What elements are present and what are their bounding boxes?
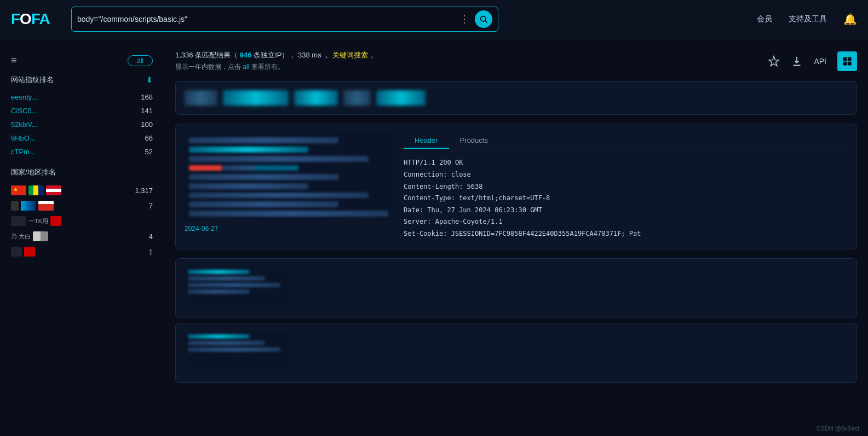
country-label-2: 一TK用 — [28, 217, 48, 225]
blur-row-4 — [189, 165, 298, 171]
tab-products[interactable]: Products — [449, 133, 499, 149]
mini-screenshot-2 — [185, 331, 294, 375]
results-keyword-link[interactable]: 关键词搜索 — [332, 51, 368, 59]
blur-pill-3 — [294, 90, 338, 106]
blur-row-5 — [189, 174, 338, 180]
mini-blur-2 — [188, 276, 265, 281]
filter-icon[interactable]: ≡ — [11, 55, 17, 66]
content: 1,336 条匹配结果（ 946 条独立IP）， 338 ms ， 关键词搜索 … — [164, 49, 868, 425]
tab-header[interactable]: Header — [404, 133, 449, 149]
blur-pill-5 — [376, 90, 426, 106]
svg-rect-3 — [848, 57, 852, 61]
fingerprint-item-4[interactable]: cTPm... 52 — [11, 145, 153, 159]
country-flags-2: 一TK用 — [11, 216, 61, 226]
fingerprint-item-1[interactable]: CiSC0... 141 — [11, 104, 153, 118]
mini-blur2-3 — [188, 347, 280, 352]
card-screenshot — [185, 133, 393, 220]
search-submit-button[interactable] — [475, 10, 492, 28]
mini-blur-3 — [188, 283, 280, 287]
fingerprint-label-3: 9HbO... — [11, 134, 36, 142]
sidebar-top: ≡ all — [11, 55, 153, 66]
header-line-2: Content-Length: 5638 — [404, 181, 848, 193]
country-label-3: 乃 大白 — [11, 232, 31, 241]
blur-pill-2 — [223, 90, 289, 106]
blur-row-8 — [189, 201, 338, 207]
results-line1: 1,336 条匹配结果（ 946 条独立IP）， 338 ms ， 关键词搜索 … — [175, 49, 377, 61]
fingerprint-count-3: 66 — [145, 134, 153, 142]
header-line-4: Date: Thu, 27 Jun 2024 06:23:30 GMT — [404, 205, 848, 217]
mini-blur-1 — [188, 270, 250, 274]
header-line-0: HTTP/1.1 200 OK — [404, 157, 848, 169]
blur-row-7 — [189, 193, 369, 199]
results-total: 1,336 — [175, 51, 193, 59]
flag-red-2 — [50, 216, 61, 226]
header-content: HTTP/1.1 200 OK Connection: close Conten… — [404, 157, 848, 240]
blur-row-9 — [189, 211, 388, 217]
country-item-0[interactable]: 1,317 — [11, 183, 153, 198]
country-flags-0 — [11, 185, 61, 195]
blurred-banner — [185, 90, 848, 106]
fingerprint-filter-icon[interactable]: ⬇ — [146, 75, 153, 84]
fingerprint-list: eesnty... 168 CiSC0... 141 52klxV... 100… — [11, 90, 153, 159]
result-card-main: 2024-06-27 Header Products HTTP/1.1 200 … — [175, 124, 857, 249]
fingerprint-item-3[interactable]: 9HbO... 66 — [11, 131, 153, 145]
svg-line-1 — [485, 20, 487, 22]
grid-view-button[interactable] — [837, 51, 857, 71]
country-item-4[interactable]: 1 — [11, 244, 153, 259]
country-count-3: 4 — [149, 232, 153, 241]
flag-unk-3 — [33, 231, 48, 241]
mini-blur2-1 — [188, 334, 250, 339]
header-nav: 会员 支持及工具 🔔 — [757, 13, 857, 26]
results-all-link[interactable]: all — [243, 63, 249, 71]
download-button[interactable] — [791, 55, 803, 67]
blur-row-2 — [189, 147, 308, 153]
search-options-button[interactable]: ⋮ — [459, 13, 469, 25]
notification-icon[interactable]: 🔔 — [843, 13, 857, 26]
tabs: Header Products — [404, 133, 848, 149]
main-container: ≡ all 网站指纹排名 ⬇ eesnty... 168 CiSC0... 14… — [0, 38, 868, 436]
flag-unk-1 — [21, 201, 36, 211]
logo: FOFA — [11, 10, 60, 28]
fingerprint-count-1: 141 — [141, 107, 153, 115]
footer-text: CSDN @0xSecl — [817, 425, 859, 432]
country-count-4: 1 — [149, 248, 153, 256]
fingerprint-count-0: 168 — [141, 93, 153, 101]
country-flags-3: 乃 大白 — [11, 231, 48, 241]
header-line-1: Connection: close — [404, 169, 848, 181]
results-actions: API — [768, 51, 857, 71]
svg-point-0 — [481, 16, 486, 21]
nav-membership[interactable]: 会员 — [757, 14, 772, 24]
country-item-3[interactable]: 乃 大白 4 — [11, 229, 153, 244]
result-card-mini-1 — [175, 258, 857, 318]
country-section-title: 国家/地区排名 — [11, 167, 153, 177]
country-item-2[interactable]: 一TK用 — [11, 213, 153, 229]
mini-blur-4 — [188, 289, 250, 294]
api-label[interactable]: API — [814, 57, 826, 66]
results-header: 1,336 条匹配结果（ 946 条独立IP）， 338 ms ， 关键词搜索 … — [175, 49, 857, 72]
results-time: 338 ms — [298, 51, 321, 59]
fingerprint-label-4: cTPm... — [11, 148, 36, 156]
flag-small-1 — [11, 201, 19, 211]
fingerprint-count-2: 100 — [141, 120, 153, 129]
card-detail-area: Header Products HTTP/1.1 200 OK Connecti… — [404, 133, 848, 240]
country-item-1[interactable]: 7 — [11, 198, 153, 213]
nav-support-tools[interactable]: 支持及工具 — [789, 14, 827, 24]
results-line2: 显示一年内数据，点击 all 查看所有。 — [175, 61, 377, 72]
country-list: 1,317 7 一TK用 — [11, 183, 153, 259]
bookmark-button[interactable] — [768, 55, 780, 67]
country-count-1: 7 — [149, 202, 153, 210]
header-line-5: Server: Apache-Coyote/1.1 — [404, 216, 848, 228]
search-input[interactable]: body="/common/scripts/basic.js" — [77, 15, 459, 24]
mini-screenshot-1 — [185, 266, 294, 310]
flag-cn — [11, 185, 26, 195]
all-badge[interactable]: all — [128, 55, 153, 66]
country-flags-1 — [11, 201, 54, 211]
fingerprint-item-2[interactable]: 52klxV... 100 — [11, 118, 153, 131]
header-line-3: Content-Type: text/html;charset=UTF-8 — [404, 193, 848, 205]
fingerprint-item-0[interactable]: eesnty... 168 — [11, 90, 153, 104]
card-date: 2024-06-27 — [185, 225, 393, 232]
date-highlight: 06-27 — [202, 225, 219, 232]
fingerprint-section-title: 网站指纹排名 ⬇ — [11, 75, 153, 85]
results-info: 1,336 条匹配结果（ 946 条独立IP）， 338 ms ， 关键词搜索 … — [175, 49, 377, 72]
svg-rect-5 — [848, 62, 852, 66]
